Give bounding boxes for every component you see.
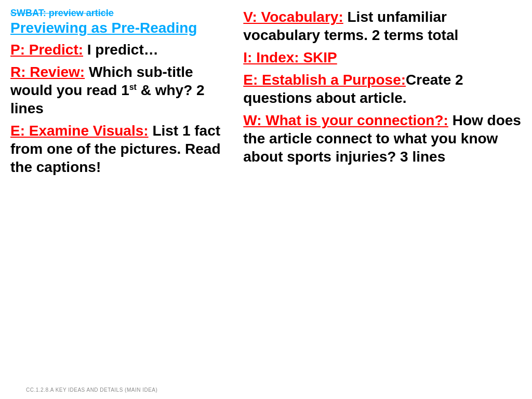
establish-label: E: Establish a Purpose: [243, 72, 406, 88]
review-text: R: Review: Which sub-title would you rea… [10, 63, 238, 117]
examine-text: E: Examine Visuals: List 1 fact from one… [10, 122, 238, 176]
footer-text: CC.1.2.8.A KEY IDEAS AND DETAILS (MAIN I… [26, 387, 157, 393]
slide-title: Previewing as Pre-Reading [10, 19, 238, 37]
vocab-text: V: Vocabulary: List unfamiliar vocabular… [243, 8, 522, 44]
right-column: V: Vocabulary: List unfamiliar vocabular… [243, 5, 522, 383]
swbat-text: SWBAT: preview article [10, 8, 114, 18]
index-label: I: Index: SKIP [243, 49, 337, 65]
review-label: R: Review: [10, 64, 85, 80]
footer: CC.1.2.8.A KEY IDEAS AND DETAILS (MAIN I… [26, 387, 157, 393]
establish-text: E: Establish a Purpose:Create 2 question… [243, 71, 522, 107]
index-text: I: Index: SKIP [243, 48, 522, 66]
vocab-section: V: Vocabulary: List unfamiliar vocabular… [243, 8, 522, 44]
swbat-header: SWBAT: preview article Previewing as Pre… [10, 8, 238, 36]
vocab-label: V: Vocabulary: [243, 9, 343, 25]
predict-body: I predict… [83, 42, 158, 58]
connection-section: W: What is your connection?: How does th… [243, 111, 522, 166]
establish-section: E: Establish a Purpose:Create 2 question… [243, 71, 522, 107]
predict-section: P: Predict: I predict… [10, 41, 238, 59]
index-section: I: Index: SKIP [243, 48, 522, 66]
superscript-st: st [129, 83, 137, 91]
left-column: SWBAT: preview article Previewing as Pre… [10, 5, 238, 383]
connection-label: W: What is your connection?: [243, 112, 448, 128]
connection-text: W: What is your connection?: How does th… [243, 111, 522, 166]
examine-section: E: Examine Visuals: List 1 fact from one… [10, 122, 238, 176]
review-section: R: Review: Which sub-title would you rea… [10, 63, 238, 117]
slide-container: SWBAT: preview article Previewing as Pre… [0, 0, 532, 399]
predict-text: P: Predict: I predict… [10, 41, 238, 59]
predict-label: P: Predict: [10, 42, 83, 58]
examine-label: E: Examine Visuals: [10, 123, 149, 139]
